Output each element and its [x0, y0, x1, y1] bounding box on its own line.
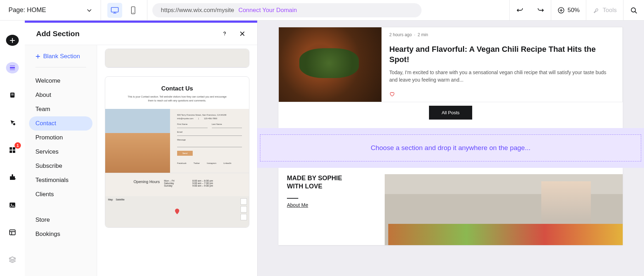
top-actions: 50% Tools — [509, 0, 644, 20]
zoom-control[interactable]: 50% — [551, 0, 586, 20]
search-button[interactable] — [623, 0, 644, 20]
top-bar: Page: HOME https://www.wix.com/mysite Co… — [0, 0, 644, 21]
mobile-view-button[interactable] — [126, 3, 141, 18]
page-selector[interactable]: Page: HOME — [0, 0, 101, 20]
chevron-down-icon — [86, 7, 92, 13]
desktop-view-button[interactable] — [107, 3, 122, 18]
redo-button[interactable] — [530, 0, 551, 20]
connect-domain-link[interactable]: Connect Your Domain — [238, 7, 297, 14]
svg-point-2 — [133, 12, 134, 13]
svg-point-4 — [631, 8, 635, 12]
zoom-value: 50% — [567, 7, 580, 14]
url-bar[interactable]: https://www.wix.com/mysite Connect Your … — [152, 3, 422, 17]
page-selector-label: Page: HOME — [9, 6, 46, 14]
url-bar-wrap: https://www.wix.com/mysite Connect Your … — [147, 3, 509, 17]
svg-rect-0 — [111, 7, 118, 12]
url-text: https://www.wix.com/mysite — [161, 7, 234, 14]
tools-label: Tools — [603, 7, 617, 14]
undo-button[interactable] — [510, 0, 530, 20]
tools-button[interactable]: Tools — [586, 0, 623, 20]
device-switcher — [101, 0, 147, 20]
